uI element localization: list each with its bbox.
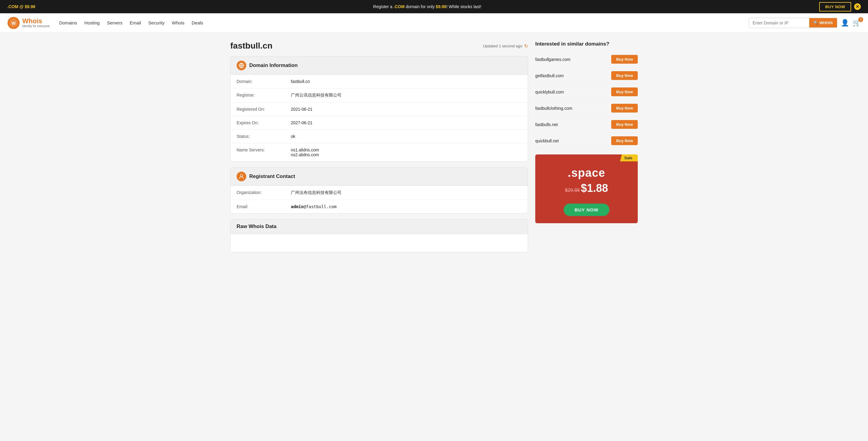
info-row-status: Status: ok [230, 130, 528, 143]
label-domain: Domain: [237, 79, 291, 84]
sale-new-price: $1.88 [581, 182, 608, 194]
buy-now-fastbullclothing[interactable]: Buy Now [611, 104, 638, 113]
registrant-title: Registrant Contact [249, 173, 295, 179]
sale-ribbon: Sale [620, 154, 638, 161]
banner-bold-com: .COM [394, 4, 405, 9]
domain-info-body: Domain: fastbull.cn Registrar: 广州云讯信息科技有… [230, 75, 528, 161]
label-organization: Organization: [237, 190, 291, 195]
sale-domain-ext: .space [542, 167, 630, 179]
updated-info: Updated 1 second ago ↻ [483, 43, 528, 49]
raw-whois-body [230, 234, 528, 252]
domain-info-card: Domain Information Domain: fastbull.cn R… [230, 56, 528, 162]
nav-deals[interactable]: Deals [192, 20, 203, 25]
banner-bold-price: $9.98 [436, 4, 446, 9]
value-domain: fastbull.cn [291, 79, 522, 84]
similar-domain-row-3: fastbullclothing.com Buy Now [535, 100, 638, 116]
value-nameservers: ns1.alidns.comns2.alidns.com [291, 147, 522, 157]
sale-card: Sale .space $29.88 $1.88 BUY NOW [535, 154, 638, 223]
label-status: Status: [237, 134, 291, 139]
banner-center-text: Register a .COM domain for only $9.98! W… [373, 4, 481, 9]
label-registered-on: Registered On: [237, 107, 291, 112]
buy-now-quickbull[interactable]: Buy Now [611, 136, 638, 145]
value-status: ok [291, 134, 522, 139]
svg-point-7 [240, 174, 243, 177]
info-row-domain: Domain: fastbull.cn [230, 75, 528, 88]
logo-tagline-label: Identity for everyone [22, 24, 50, 28]
similar-domain-name-4: fastbulls.net [535, 122, 558, 127]
domain-info-header: Domain Information [230, 56, 528, 75]
similar-domain-row-0: fastbullgames.com Buy Now [535, 51, 638, 67]
person-icon [239, 174, 244, 179]
raw-whois-title: Raw Whois Data [237, 224, 276, 230]
logo-whois-label: Whois [22, 18, 50, 24]
info-row-registrar: Registrar: 广州云讯信息科技有限公司 [230, 88, 528, 102]
nav-whois[interactable]: Whois [172, 20, 184, 25]
domain-title: fastbull.cn [230, 41, 273, 51]
value-registrar: 广州云讯信息科技有限公司 [291, 93, 522, 98]
similar-domain-row-1: getfastbull.com Buy Now [535, 67, 638, 84]
main-content: fastbull.cn Updated 1 second ago ↻ Domai… [223, 33, 645, 266]
buy-now-quicklybull[interactable]: Buy Now [611, 87, 638, 96]
buy-now-getfastbull[interactable]: Buy Now [611, 71, 638, 80]
buy-now-fastbullgames[interactable]: Buy Now [611, 55, 638, 64]
similar-domain-name-5: quickbull.net [535, 139, 559, 143]
raw-whois-header: Raw Whois Data [230, 219, 528, 234]
buy-now-fastbulls[interactable]: Buy Now [611, 120, 638, 129]
similar-domains-title: Interested in similar domains? [535, 41, 638, 47]
raw-whois-card: Raw Whois Data [230, 219, 528, 253]
globe-icon [239, 63, 244, 68]
similar-domains-list: fastbullgames.com Buy Now getfastbull.co… [535, 51, 638, 149]
sale-old-price: $29.88 [565, 187, 580, 193]
logo-icon: W [7, 17, 20, 29]
nav-security[interactable]: Security [148, 20, 164, 25]
logo-text-group: Whois Identity for everyone [22, 18, 50, 28]
search-button[interactable]: 🔍 WHOIS [809, 18, 837, 27]
navbar: W Whois Identity for everyone Domains Ho… [0, 13, 868, 33]
search-input[interactable] [749, 18, 809, 28]
search-btn-label: WHOIS [819, 21, 833, 25]
banner-left-text: .COM @ $9.98 [7, 4, 35, 9]
nav-hosting[interactable]: Hosting [84, 20, 100, 25]
value-organization: 广州法布信息科技有限公司 [291, 190, 522, 196]
info-row-registered-on: Registered On: 2021-06-21 [230, 102, 528, 116]
refresh-icon[interactable]: ↻ [524, 43, 528, 49]
banner-close-button[interactable]: ✕ [854, 3, 861, 10]
similar-domain-row-2: quicklybull.com Buy Now [535, 84, 638, 100]
user-icon[interactable]: 👤 [841, 19, 849, 27]
similar-domain-row-4: fastbulls.net Buy Now [535, 116, 638, 133]
nav-domains[interactable]: Domains [59, 20, 77, 25]
similar-domain-name-0: fastbullgames.com [535, 57, 570, 62]
similar-domain-name-1: getfastbull.com [535, 73, 564, 78]
label-registrar: Registrar: [237, 93, 291, 97]
registrant-card: Registrant Contact Organization: 广州法布信息科… [230, 167, 528, 213]
banner-buy-now-button[interactable]: BUY NOW [819, 2, 851, 11]
info-row-email: Email: admin@fastbull.com [230, 200, 528, 213]
info-row-nameservers: Name Servers: ns1.alidns.comns2.alidns.c… [230, 143, 528, 161]
label-expires-on: Expires On: [237, 120, 291, 125]
similar-domain-row-5: quickbull.net Buy Now [535, 133, 638, 149]
banner-right: BUY NOW ✕ [819, 2, 861, 11]
similar-domain-name-3: fastbullclothing.com [535, 106, 572, 111]
nav-email[interactable]: Email [130, 20, 141, 25]
value-registered-on: 2021-06-21 [291, 107, 522, 112]
value-expires-on: 2027-06-21 [291, 120, 522, 125]
info-row-expires-on: Expires On: 2027-06-21 [230, 116, 528, 130]
top-banner: .COM @ $9.98 Register a .COM domain for … [0, 0, 868, 13]
registrant-icon [237, 172, 246, 181]
logo-link[interactable]: W Whois Identity for everyone [7, 17, 50, 29]
label-nameservers: Name Servers: [237, 147, 291, 152]
cart-icon[interactable]: 🛒 0 [852, 19, 861, 27]
search-box: 🔍 WHOIS [749, 18, 837, 28]
nav-right: 🔍 WHOIS 👤 🛒 0 [749, 18, 861, 28]
label-email: Email: [237, 204, 291, 209]
nav-links: Domains Hosting Servers Email Security W… [59, 20, 739, 25]
search-icon: 🔍 [813, 21, 818, 25]
sale-price-row: $29.88 $1.88 [542, 182, 630, 195]
cart-badge: 0 [858, 17, 863, 22]
similar-domain-name-2: quicklybull.com [535, 90, 564, 94]
sale-buy-button[interactable]: BUY NOW [564, 204, 609, 216]
right-column: Interested in similar domains? fastbullg… [535, 41, 638, 258]
nav-servers[interactable]: Servers [107, 20, 123, 25]
svg-text:W: W [11, 21, 16, 26]
domain-info-icon [237, 61, 246, 70]
